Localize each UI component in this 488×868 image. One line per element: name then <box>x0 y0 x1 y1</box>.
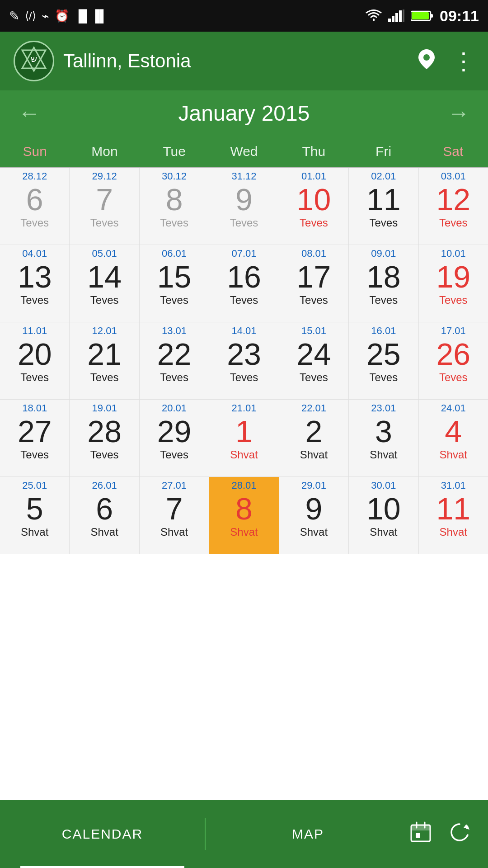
day-header-sun: Sun <box>0 136 70 167</box>
small-date: 04.01 <box>22 248 47 259</box>
status-icons-right: 09:11 <box>366 7 479 25</box>
date-number: 5 <box>26 493 43 524</box>
date-number: 14 <box>87 261 122 292</box>
calendar-cell[interactable]: 20.0129Teves <box>140 400 209 476</box>
calendar-cell[interactable]: 15.0124Teves <box>279 322 348 399</box>
calendar-cell[interactable]: 02.0111Teves <box>349 168 418 245</box>
small-date: 10.01 <box>441 248 466 259</box>
svg-text:שׁ: שׁ <box>31 54 38 64</box>
hebrew-month-label: Teves <box>230 294 258 307</box>
day-header-sat: Sat <box>418 136 488 167</box>
small-date: 28.12 <box>22 170 47 182</box>
date-number: 2 <box>305 416 323 447</box>
signal-icon <box>388 9 404 22</box>
calendar-cell[interactable]: 29.019Shvat <box>279 477 348 554</box>
location-icon[interactable] <box>418 48 436 74</box>
date-number: 21 <box>87 339 122 369</box>
days-of-week-header: SunMonTueWedThuFriSat <box>0 136 488 167</box>
logo-text: שׁ <box>20 46 47 77</box>
calendar-cell[interactable]: 23.013Shvat <box>349 400 418 476</box>
calendar-cell[interactable]: 25.015Shvat <box>0 477 69 554</box>
battery-icon <box>411 9 433 22</box>
small-date: 27.01 <box>162 480 187 491</box>
calendar-cell[interactable]: 07.0116Teves <box>209 245 278 322</box>
small-date: 02.01 <box>371 170 396 182</box>
prev-month-button[interactable]: ← <box>18 100 41 126</box>
hebrew-month-label: Shvat <box>160 526 188 538</box>
refresh-icon[interactable] <box>449 821 470 847</box>
svg-rect-2 <box>395 13 398 22</box>
bottom-actions <box>410 821 488 847</box>
hebrew-month-label: Teves <box>160 294 188 307</box>
hebrew-month-label: Teves <box>90 448 119 461</box>
calendar-cell[interactable]: 27.017Shvat <box>140 477 209 554</box>
calendar-cell[interactable]: 03.0112Teves <box>419 168 488 245</box>
next-month-button[interactable]: → <box>447 100 470 126</box>
calendar-cell[interactable]: 31.0111Shvat <box>419 477 488 554</box>
calendar-cell[interactable]: 14.0123Teves <box>209 322 278 399</box>
small-date: 25.01 <box>22 480 47 491</box>
date-number: 10 <box>297 184 331 215</box>
calendar-cell[interactable]: 11.0120Teves <box>0 322 69 399</box>
svg-rect-4 <box>403 9 404 22</box>
calendar-cell[interactable]: 05.0114Teves <box>70 245 139 322</box>
date-number: 11 <box>366 184 401 215</box>
calendar-cell[interactable]: 01.0110Teves <box>279 168 348 245</box>
hebrew-month-label: Teves <box>370 217 398 229</box>
date-number: 17 <box>297 261 331 292</box>
date-number: 28 <box>87 416 122 447</box>
status-icons-left: ✎ ⟨/⟩ ⌁ ⏰ ▐▌▐▌ <box>9 9 108 24</box>
calendar-cell[interactable]: 30.0110Shvat <box>349 477 418 554</box>
calendar-cell[interactable]: 28.018Shvat <box>209 477 278 554</box>
calendar-cell[interactable]: 31.129Teves <box>209 168 278 245</box>
barcode-icon: ▐▌▐▌ <box>75 9 108 23</box>
date-number: 6 <box>96 493 113 524</box>
hebrew-month-label: Teves <box>300 217 328 229</box>
small-date: 01.01 <box>301 170 326 182</box>
hebrew-month-label: Shvat <box>370 448 397 461</box>
calendar-cell[interactable]: 22.012Shvat <box>279 400 348 476</box>
small-date: 21.01 <box>231 402 256 414</box>
hebrew-month-label: Teves <box>439 294 468 307</box>
calendar-cell[interactable]: 08.0117Teves <box>279 245 348 322</box>
calendar-cell[interactable]: 21.011Shvat <box>209 400 278 476</box>
calendar-cell[interactable]: 17.0126Teves <box>419 322 488 399</box>
date-number: 8 <box>166 184 183 215</box>
hebrew-month-label: Shvat <box>300 526 328 538</box>
date-number: 16 <box>227 261 261 292</box>
calendar-cell[interactable]: 19.0128Teves <box>70 400 139 476</box>
hebrew-month-label: Teves <box>20 448 49 461</box>
calendar-cell[interactable]: 29.127Teves <box>70 168 139 245</box>
calendar-tab[interactable]: CALENDAR <box>0 800 205 868</box>
small-date: 29.01 <box>301 480 326 491</box>
small-date: 30.01 <box>371 480 396 491</box>
svg-rect-6 <box>431 14 433 18</box>
small-date: 30.12 <box>162 170 187 182</box>
svg-rect-13 <box>411 825 430 830</box>
hebrew-month-label: Teves <box>20 294 49 307</box>
hebrew-month-label: Shvat <box>440 526 467 538</box>
small-date: 17.01 <box>441 325 466 337</box>
calendar-cell[interactable]: 16.0125Teves <box>349 322 418 399</box>
calendar-cell[interactable]: 12.0121Teves <box>70 322 139 399</box>
date-number: 11 <box>436 493 470 524</box>
calendar-cell[interactable]: 13.0122Teves <box>140 322 209 399</box>
more-icon[interactable]: ⋮ <box>452 47 474 75</box>
date-number: 10 <box>366 493 401 524</box>
calendar-cell[interactable]: 04.0113Teves <box>0 245 69 322</box>
calendar-cell[interactable]: 10.0119Teves <box>419 245 488 322</box>
calendar-cell[interactable]: 28.126Teves <box>0 168 69 245</box>
small-date: 28.01 <box>231 480 256 491</box>
calendar-cell[interactable]: 09.0118Teves <box>349 245 418 322</box>
calendar-cell[interactable]: 26.016Shvat <box>70 477 139 554</box>
date-number: 18 <box>366 261 401 292</box>
tab-underline <box>20 866 184 868</box>
calendar-cell[interactable]: 24.014Shvat <box>419 400 488 476</box>
calendar-cell[interactable]: 18.0127Teves <box>0 400 69 476</box>
map-tab[interactable]: MAP <box>206 800 410 868</box>
calendar-cell[interactable]: 30.128Teves <box>140 168 209 245</box>
hebrew-month-label: Shvat <box>300 448 328 461</box>
calendar-cell[interactable]: 06.0115Teves <box>140 245 209 322</box>
status-bar: ✎ ⟨/⟩ ⌁ ⏰ ▐▌▐▌ 09:11 <box>0 0 488 32</box>
calendar-today-icon[interactable] <box>410 821 431 847</box>
